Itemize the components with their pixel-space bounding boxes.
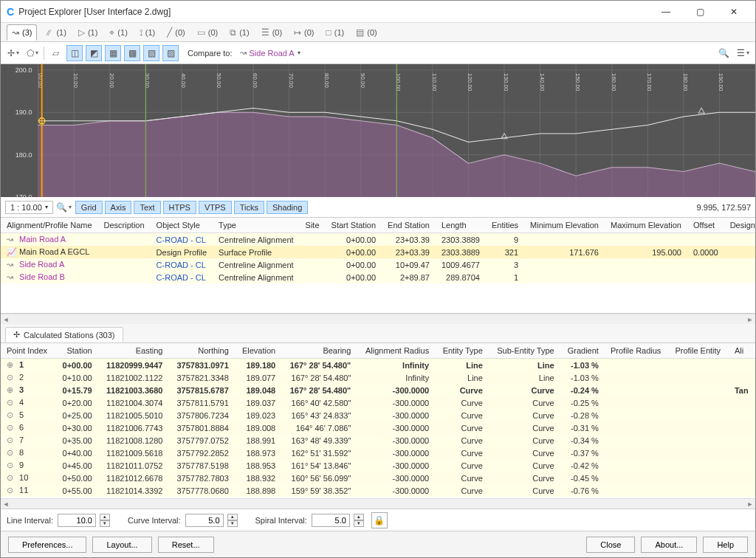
- tool-dropdown-1[interactable]: ✢: [5, 45, 21, 61]
- profile-chart[interactable]: 200.0190.0180.0170.000.0010.0020.0030.00…: [1, 64, 755, 197]
- svg-text:150.00: 150.00: [574, 73, 581, 92]
- alignment-row[interactable]: ↝ Main Road A C-ROAD - CL Centreline Ali…: [1, 233, 755, 247]
- svg-text:110.00: 110.00: [431, 73, 438, 92]
- category-tab-5[interactable]: ╱(0): [162, 24, 189, 41]
- view-profile1-icon[interactable]: ◫: [66, 45, 83, 61]
- toggle-axis[interactable]: Axis: [105, 201, 132, 214]
- svg-text:60.00: 60.00: [252, 73, 258, 89]
- view-profile3-icon[interactable]: ▦: [105, 45, 121, 61]
- category-tab-7[interactable]: ⧉(1): [225, 24, 253, 41]
- titlebar: C Project Explorer [User Interface 2.dwg…: [1, 1, 755, 23]
- toggle-ticks[interactable]: Ticks: [234, 201, 264, 214]
- station-row[interactable]: ⊙ 10 0+50.00 11821012.6678 3757782.7803 …: [1, 472, 755, 484]
- preferences-button[interactable]: Preferences...: [8, 537, 86, 553]
- coordinate-readout: 9.995, 172.597: [697, 203, 751, 212]
- about-button[interactable]: About...: [641, 537, 697, 553]
- chart-controls: 1 : 10.00▾ 🔍 GridAxisTextHTPSVTPSTicksSh…: [1, 197, 755, 218]
- tool-dropdown-2[interactable]: ⬠: [24, 45, 41, 61]
- zoom-fit-icon[interactable]: 🔍: [56, 199, 72, 216]
- compare-dropdown[interactable]: ↝ Side Road A ▾: [236, 46, 305, 59]
- category-tab-0[interactable]: ↝(3): [7, 24, 37, 41]
- line-interval-input[interactable]: [58, 514, 96, 527]
- station-row[interactable]: ⊙ 8 0+40.00 11821009.5618 3757792.2852 1…: [1, 447, 755, 459]
- spiral-interval-input[interactable]: [312, 514, 350, 527]
- toggle-text[interactable]: Text: [134, 201, 160, 214]
- maximize-button[interactable]: ▢: [683, 1, 717, 22]
- scale-dropdown[interactable]: 1 : 10.00▾: [5, 201, 53, 214]
- station-row[interactable]: ⊙ 2 0+10.00 11821002.1122 3757821.3348 1…: [1, 371, 755, 384]
- reset-button[interactable]: Reset...: [158, 537, 214, 553]
- svg-text:120.00: 120.00: [467, 73, 473, 92]
- footer: Preferences... Layout... Reset... Close …: [1, 531, 755, 557]
- station-row[interactable]: ⊙ 9 0+45.00 11821011.0752 3757787.5198 1…: [1, 459, 755, 472]
- view-menu-icon[interactable]: ☰: [735, 45, 751, 61]
- alignment-row[interactable]: ↝ Side Road B C-ROAD - CL Centreline Ali…: [1, 271, 755, 283]
- svg-text:80.00: 80.00: [323, 73, 330, 89]
- interval-bar: Line Interval: ▴▾ Curve Interval: ▴▾ Spi…: [1, 509, 755, 531]
- compare-label: Compare to:: [188, 49, 233, 58]
- station-row[interactable]: ⊕ 1 0+00.00 11820999.9447 3757831.0971 1…: [1, 359, 755, 372]
- category-tab-10[interactable]: □(1): [322, 24, 349, 41]
- category-tab-11[interactable]: ▤(0): [351, 24, 381, 41]
- curve-interval-spinner[interactable]: ▴▾: [227, 514, 238, 527]
- layout-button[interactable]: Layout...: [92, 537, 151, 553]
- curve-interval-input[interactable]: [185, 514, 224, 527]
- view-profile5-icon[interactable]: ▧: [143, 45, 159, 61]
- tab-calculated-stations[interactable]: ✢ Calculated Stations (303): [5, 327, 123, 342]
- svg-text:30.00: 30.00: [144, 73, 151, 89]
- category-tab-2[interactable]: ▷(1): [74, 24, 102, 41]
- svg-text:70.00: 70.00: [288, 73, 295, 89]
- minimize-button[interactable]: —: [649, 1, 683, 22]
- station-row[interactable]: ⊕ 3 0+15.79 11821003.3680 3757815.6787 1…: [1, 384, 755, 396]
- svg-text:130.00: 130.00: [503, 73, 509, 92]
- category-tab-1[interactable]: ⫽(1): [40, 24, 70, 41]
- view-profile4-icon[interactable]: ▩: [124, 45, 140, 61]
- toggle-shading[interactable]: Shading: [267, 201, 308, 214]
- station-row[interactable]: ⊙ 7 0+35.00 11821008.1280 3757797.0752 1…: [1, 434, 755, 447]
- category-tab-9[interactable]: ↦(0): [289, 24, 318, 41]
- alignment-row[interactable]: 📈 Main Road A EGCL Design Profile Surfac…: [1, 246, 755, 258]
- category-tab-8[interactable]: ☰(0): [257, 24, 286, 41]
- stations-table[interactable]: Point IndexStationEastingNorthingElevati…: [1, 343, 755, 498]
- station-row[interactable]: ⊙ 6 0+30.00 11821006.7743 3757801.8884 1…: [1, 421, 755, 434]
- lock-icon[interactable]: 🔒: [371, 512, 388, 528]
- stations-hscroll[interactable]: ◄►: [1, 498, 755, 509]
- svg-text:140.00: 140.00: [539, 73, 546, 92]
- station-row[interactable]: ⊙ 5 0+25.00 11821005.5010 3757806.7234 1…: [1, 409, 755, 421]
- toggle-grid[interactable]: Grid: [75, 201, 103, 214]
- line-interval-label: Line Interval:: [7, 516, 53, 525]
- profile-toolbar: ✢ ⬠ ▱ ◫ ◩ ▦ ▩ ▧ ▨ Compare to: ↝ Side Roa…: [1, 42, 755, 64]
- help-button[interactable]: Help: [703, 537, 748, 553]
- view-profile6-icon[interactable]: ▨: [162, 45, 179, 61]
- curve-interval-label: Curve Interval:: [128, 516, 181, 525]
- alignment-row[interactable]: ↝ Side Road A C-ROAD - CL Centreline Ali…: [1, 258, 755, 271]
- close-dialog-button[interactable]: Close: [586, 537, 635, 553]
- view-profile2-icon[interactable]: ◩: [86, 45, 102, 61]
- alignment-hscroll[interactable]: ◄►: [1, 314, 755, 324]
- station-row[interactable]: ⊙ 4 0+20.00 11821004.3074 3757811.5791 1…: [1, 396, 755, 409]
- alignment-table[interactable]: Alignment/Profile NameDescriptionObject …: [1, 218, 755, 314]
- zoom-icon[interactable]: 🔍: [715, 45, 732, 61]
- spiral-interval-label: Spiral Interval:: [255, 516, 307, 525]
- station-row[interactable]: ⊙ 11 0+55.00 11821014.3392 3757778.0680 …: [1, 484, 755, 497]
- toggle-vtps[interactable]: VTPS: [199, 201, 232, 214]
- category-tab-6[interactable]: ▭(0): [193, 24, 222, 41]
- svg-text:190.0: 190.0: [16, 108, 32, 116]
- svg-text:200.00: 200.00: [754, 73, 755, 92]
- svg-text:190.00: 190.00: [718, 73, 724, 92]
- category-tab-3[interactable]: ⌖(1): [105, 24, 131, 41]
- svg-text:200.0: 200.0: [16, 66, 32, 74]
- svg-text:50.00: 50.00: [216, 73, 222, 89]
- view-line-icon[interactable]: ▱: [47, 45, 63, 61]
- svg-text:100.00: 100.00: [395, 73, 402, 92]
- spiral-interval-spinner[interactable]: ▴▾: [354, 514, 364, 527]
- category-tab-4[interactable]: ⟟(1): [135, 24, 159, 41]
- svg-text:170.00: 170.00: [646, 73, 653, 92]
- svg-text:160.00: 160.00: [611, 73, 617, 92]
- close-button[interactable]: ✕: [717, 1, 751, 22]
- window-title: Project Explorer [User Interface 2.dwg]: [18, 7, 649, 17]
- category-tabs: ↝(3)⫽(1)▷(1)⌖(1)⟟(1)╱(0)▭(0)⧉(1)☰(0)↦(0)…: [1, 23, 755, 42]
- line-interval-spinner[interactable]: ▴▾: [100, 514, 110, 527]
- svg-text:90.00: 90.00: [360, 73, 366, 89]
- toggle-htps[interactable]: HTPS: [163, 201, 196, 214]
